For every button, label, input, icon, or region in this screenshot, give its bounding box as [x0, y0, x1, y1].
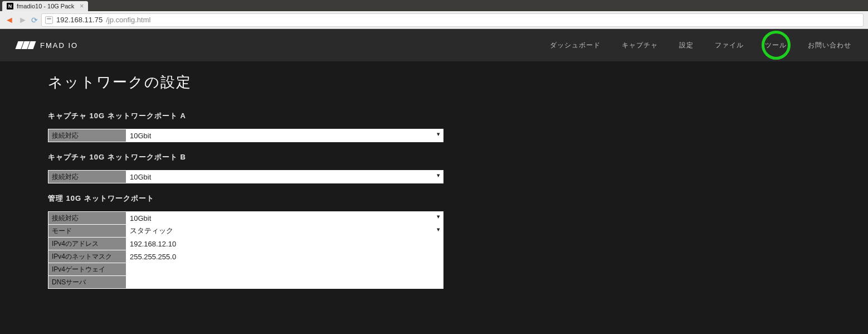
content: ネットワークの設定 キャプチャ 10G ネットワークポート A 接続対応 10G…	[0, 61, 868, 300]
main-nav: ダッシュボード キャプチャ 設定 ファイル ツール お問い合わせ	[550, 41, 851, 50]
port-b-link-label: 接続対応	[48, 171, 126, 183]
nav-tools[interactable]: ツール	[765, 41, 787, 50]
url-host: 192.168.11.75	[56, 16, 103, 24]
tab-favicon: N	[7, 3, 13, 9]
logo-icon	[17, 41, 35, 49]
page-root: FMAD IO ダッシュボード キャプチャ 設定 ファイル ツール お問い合わせ…	[0, 29, 868, 334]
mgmt-ipv4mask-input[interactable]: 255.255.255.0	[126, 250, 443, 263]
mgmt-heading: 管理 10G ネットワークポート	[48, 193, 820, 204]
back-button[interactable]: ◄	[4, 15, 14, 25]
port-b-table: 接続対応 10Gbit	[48, 170, 443, 183]
port-a-table: 接続対応 10Gbit	[48, 129, 443, 142]
nav-tools-label: ツール	[765, 41, 787, 49]
tabstrip-background	[88, 0, 868, 11]
port-a-heading: キャプチャ 10G ネットワークポート A	[48, 111, 820, 121]
logo-text: FMAD IO	[40, 41, 78, 50]
mgmt-mode-label: モード	[48, 225, 126, 238]
mgmt-ipv4addr-label: IPv4のアドレス	[48, 238, 126, 250]
port-b-heading: キャプチャ 10G ネットワークポート B	[48, 152, 820, 162]
port-a-link-select[interactable]: 10Gbit	[126, 129, 443, 142]
mgmt-dns-input[interactable]	[126, 276, 443, 288]
port-a-link-label: 接続対応	[48, 129, 126, 142]
url-path: /jp.config.html	[106, 16, 150, 24]
nav-dashboard[interactable]: ダッシュボード	[550, 41, 601, 50]
mgmt-link-select[interactable]: 10Gbit	[126, 212, 443, 224]
mgmt-link-label: 接続対応	[48, 212, 126, 225]
address-bar[interactable]: 192.168.11.75/jp.config.html	[41, 13, 864, 27]
site-header: FMAD IO ダッシュボード キャプチャ 設定 ファイル ツール お問い合わせ	[0, 29, 868, 61]
mgmt-ipv4gw-input[interactable]	[126, 263, 443, 275]
mgmt-dns-label: DNSサーバ	[48, 276, 126, 289]
logo[interactable]: FMAD IO	[17, 41, 78, 50]
tab-title: fmadio10 - 10G Pack	[17, 3, 74, 9]
mgmt-ipv4addr-input[interactable]: 192.168.12.10	[126, 238, 443, 250]
reload-button[interactable]: ⟳	[31, 16, 38, 25]
nav-capture[interactable]: キャプチャ	[622, 41, 658, 50]
nav-settings[interactable]: 設定	[679, 41, 694, 50]
port-b-link-select[interactable]: 10Gbit	[126, 171, 443, 183]
mgmt-ipv4mask-label: IPv4のネットマスク	[48, 250, 126, 263]
nav-file[interactable]: ファイル	[715, 41, 744, 50]
mgmt-mode-select[interactable]: スタティック	[126, 225, 443, 237]
forward-button[interactable]: ►	[18, 15, 28, 25]
tab-close-icon[interactable]: ×	[80, 2, 84, 10]
browser-toolbar: ◄ ► ⟳ 192.168.11.75/jp.config.html	[0, 11, 868, 29]
site-info-icon[interactable]	[45, 16, 53, 24]
mgmt-ipv4gw-label: IPv4ゲートウェイ	[48, 263, 126, 276]
mgmt-table: 接続対応 10Gbit モード スタティック IPv4のアドレス 192.168…	[48, 211, 443, 289]
nav-contact[interactable]: お問い合わせ	[808, 41, 851, 50]
page-title: ネットワークの設定	[48, 72, 820, 92]
browser-tabstrip: N fmadio10 - 10G Pack ×	[0, 0, 868, 11]
browser-tab[interactable]: N fmadio10 - 10G Pack ×	[2, 1, 88, 11]
